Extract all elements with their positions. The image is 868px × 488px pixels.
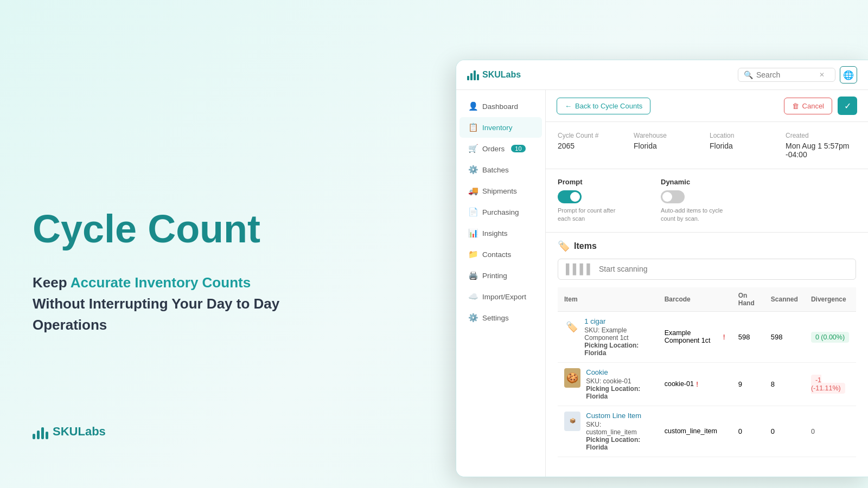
- item-cell-3: 📦 Custom Line Item SKU: custom_line_item: [558, 406, 658, 457]
- sidebar-item-importexport[interactable]: ☁️ Import/Export: [459, 286, 542, 307]
- logo-bar-2: [37, 431, 40, 439]
- sidebar-item-inventory[interactable]: 📋 Inventory: [459, 117, 542, 138]
- divergence-value-3: 0: [811, 428, 815, 435]
- location-label: Location: [710, 132, 780, 139]
- sidebar-label-contacts: Contacts: [482, 251, 511, 259]
- marketing-area: Cycle Count Keep Accurate Inventory Coun…: [0, 0, 369, 488]
- sidebar-item-settings[interactable]: ⚙️ Settings: [459, 307, 542, 328]
- prompt-toggle-knob: [570, 192, 580, 202]
- sidebar-item-dashboard[interactable]: 👤 Dashboard: [459, 96, 542, 117]
- scan-bar[interactable]: ▌▌▌▌: [558, 259, 856, 280]
- top-bar-4: [477, 74, 479, 80]
- cycle-count-created-field: Created Mon Aug 1 5:57pm -04:00: [786, 132, 856, 159]
- settings-section: Prompt Prompt for count after each scan …: [546, 169, 868, 233]
- item-cell-1: 🏷️ 1 cigar SKU: Example Component 1ct: [558, 311, 658, 362]
- col-item: Item: [558, 287, 658, 312]
- search-input[interactable]: [756, 70, 816, 79]
- dynamic-toggle-knob: [662, 192, 672, 202]
- barcode-exclaim-1: !: [723, 333, 725, 341]
- logo-bar-4: [46, 432, 48, 439]
- barcode-cell-2: cookie-01 !: [658, 362, 732, 406]
- prompt-toggle[interactable]: [558, 190, 582, 203]
- location-value: Florida: [710, 142, 780, 150]
- subtitle-keep: Keep: [33, 274, 67, 291]
- item-details-2: Cookie SKU: cookie-01 Picking Location: …: [586, 368, 651, 400]
- cycle-count-number-field: Cycle Count # 2065: [558, 132, 628, 159]
- back-to-cycle-counts-button[interactable]: ← Back to Cycle Counts: [557, 98, 650, 114]
- logo-sku: SKU: [53, 425, 78, 438]
- cycle-count-info: Cycle Count # 2065 Warehouse Florida Loc…: [546, 122, 868, 169]
- importexport-icon: ☁️: [468, 292, 478, 301]
- item-details-1: 1 cigar SKU: Example Component 1ct Picki…: [584, 317, 651, 357]
- marketing-subtitle: Keep Accurate Inventory Counts Without I…: [33, 272, 336, 336]
- warehouse-value: Florida: [634, 142, 704, 150]
- item-sku-3: SKU: custom_line_item: [586, 421, 651, 436]
- settings-icon: ⚙️: [468, 313, 478, 323]
- cancel-trash-icon: 🗑: [792, 102, 799, 110]
- save-button[interactable]: ✓: [838, 97, 857, 115]
- col-barcode: Barcode: [658, 287, 732, 312]
- table-header-row: Item Barcode On Hand Scanned Divergence: [558, 287, 856, 312]
- cycle-count-number-label: Cycle Count #: [558, 132, 628, 139]
- logo-bars-icon: [33, 424, 48, 439]
- globe-button[interactable]: 🌐: [840, 66, 857, 84]
- scan-input[interactable]: [599, 265, 848, 273]
- items-header-label: Items: [574, 241, 597, 251]
- barcode-cell-1: Example Component 1ct !: [658, 311, 732, 362]
- item-cell-2: 🍪 Cookie SKU: cookie-01 Picking: [558, 362, 658, 406]
- barcode-value-2: cookie-01 !: [665, 380, 725, 388]
- col-divergence: Divergence: [805, 287, 856, 312]
- scanned-cell-1: 598: [764, 311, 805, 362]
- logo-bar-1: [33, 434, 35, 439]
- onhand-cell-3: 0: [732, 406, 764, 457]
- sidebar-item-purchasing[interactable]: 📄 Purchasing: [459, 202, 542, 222]
- divergence-cell-3: 0: [805, 406, 856, 457]
- sidebar-label-purchasing: Purchasing: [482, 208, 519, 216]
- sidebar-item-batches[interactable]: ⚙️ Batches: [459, 159, 542, 180]
- contacts-icon: 📁: [468, 249, 478, 259]
- item-name-link-1[interactable]: 1 cigar: [584, 317, 605, 325]
- sidebar-item-orders[interactable]: 🛒 Orders 10: [459, 138, 542, 159]
- item-info-2: 🍪 Cookie SKU: cookie-01 Picking: [564, 368, 652, 400]
- search-clear-icon[interactable]: ✕: [819, 71, 825, 79]
- logo-bar-3: [41, 427, 44, 439]
- sidebar-label-insights: Insights: [482, 229, 508, 237]
- batches-icon: ⚙️: [468, 165, 478, 175]
- item-name-link-3[interactable]: Custom Line Item: [586, 412, 641, 420]
- marketing-content: Cycle Count Keep Accurate Inventory Coun…: [33, 208, 336, 336]
- back-arrow-icon: ←: [565, 102, 572, 110]
- col-onhand: On Hand: [732, 287, 764, 312]
- sidebar-item-printing[interactable]: 🖨️ Printing: [459, 265, 542, 286]
- sidebar-item-contacts[interactable]: 📁 Contacts: [459, 244, 542, 265]
- item-location-3: Picking Location: Florida: [586, 436, 651, 451]
- marketing-logo: SKULabs: [33, 424, 336, 439]
- app-window: SKULabs 🔍 ✕ 🌐 👤 Dashboard 📋 Inventory 🛒 …: [456, 60, 868, 477]
- sidebar-item-shipments[interactable]: 🚚 Shipments: [459, 181, 542, 201]
- onhand-cell-2: 9: [732, 362, 764, 406]
- barcode-cell-3: custom_line_item: [658, 406, 732, 457]
- item-name-link-2[interactable]: Cookie: [586, 368, 608, 376]
- item-thumbnail-cookie-2: 🍪: [564, 368, 580, 388]
- search-bar[interactable]: 🔍 ✕: [738, 68, 835, 82]
- content-area: ← Back to Cycle Counts 🗑 Cancel ✓ Cycle …: [546, 90, 868, 477]
- cycle-count-location-field: Location Florida: [710, 132, 780, 159]
- cycle-count-number-value: 2065: [558, 142, 628, 150]
- prompt-desc: Prompt for count after each scan: [558, 207, 628, 223]
- sidebar-item-insights[interactable]: 📊 Insights: [459, 223, 542, 243]
- top-bar: SKULabs 🔍 ✕ 🌐: [456, 60, 868, 90]
- table-row: 📦 Custom Line Item SKU: custom_line_item: [558, 406, 856, 457]
- item-location-1: Picking Location: Florida: [584, 342, 651, 357]
- orders-badge: 10: [511, 145, 525, 152]
- onhand-cell-1: 598: [732, 311, 764, 362]
- items-tag-icon: 🏷️: [558, 240, 570, 252]
- orders-icon: 🛒: [468, 144, 478, 153]
- sidebar-label-settings: Settings: [482, 314, 509, 322]
- cancel-button[interactable]: 🗑 Cancel: [784, 98, 832, 114]
- top-logo-sku: SKU: [482, 70, 501, 79]
- dynamic-toggle[interactable]: [661, 190, 685, 203]
- item-sku-1: SKU: Example Component 1ct: [584, 326, 651, 342]
- items-section: 🏷️ Items ▌▌▌▌ Item Barcode On Hand: [546, 233, 868, 461]
- scanned-cell-2: 8: [764, 362, 805, 406]
- app-logo-text: SKULabs: [482, 70, 521, 80]
- sidebar-label-printing: Printing: [482, 272, 507, 280]
